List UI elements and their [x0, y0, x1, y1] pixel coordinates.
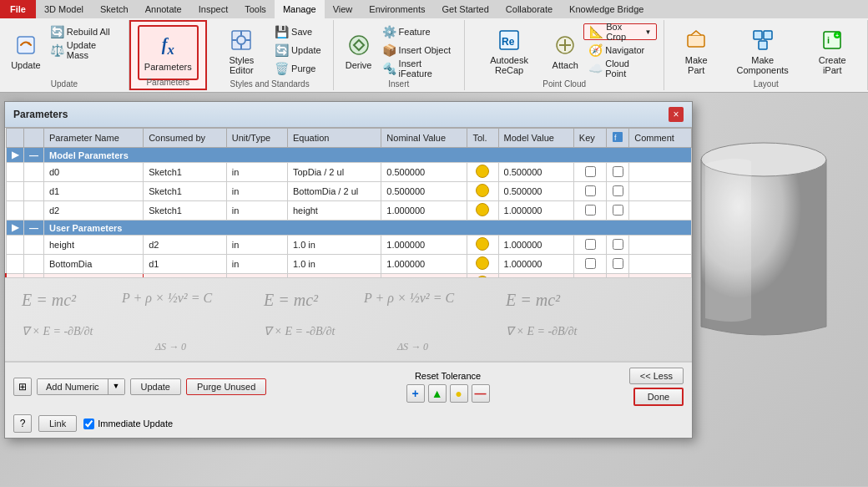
add-numeric-button[interactable]: Add Numeric [38, 379, 108, 394]
icon-checkbox-d2[interactable] [613, 205, 623, 216]
icon-checkbox-d0[interactable] [613, 166, 623, 177]
immediate-update-checkbox[interactable] [83, 419, 94, 429]
icon-height[interactable] [607, 236, 629, 255]
box-crop-button[interactable]: 📐 Box Crop ▼ [583, 23, 657, 40]
tab-3d-model[interactable]: 3D Model [36, 0, 92, 18]
table-row[interactable]: d1 Sketch1 in BottomDia / 2 ul 0.500000 … [6, 182, 692, 201]
svg-rect-13 [688, 35, 704, 47]
unit-d1: in [226, 182, 287, 201]
add-numeric-split-button[interactable]: Add Numeric ▼ [37, 378, 125, 395]
create-ipart-button[interactable]: i + Create iPart [804, 23, 860, 79]
row-indent [24, 201, 44, 221]
key-checkbox-height[interactable] [585, 239, 596, 250]
point-cloud-group-label: Point Cloud [465, 79, 664, 89]
filter-button[interactable]: ⊞ [13, 378, 32, 396]
icon-checkbox-bottomdia[interactable] [613, 258, 623, 269]
box-crop-dropdown-icon[interactable]: ▼ [645, 28, 652, 36]
insert-object-label: Insert Object [399, 45, 451, 55]
key-height[interactable] [573, 236, 606, 255]
col-arrow [6, 129, 24, 148]
immediate-update-text: Immediate Update [98, 419, 173, 429]
derive-button[interactable]: Derive [341, 23, 377, 79]
tol-plus-button[interactable]: + [406, 384, 425, 403]
col-unit: Unit/Type [226, 129, 287, 148]
feature-button[interactable]: ⚙️ Feature [377, 23, 457, 40]
make-part-button[interactable]: Make Part [671, 23, 721, 79]
key-checkbox-d0[interactable] [585, 166, 596, 177]
parameters-button[interactable]: fx Parameters [138, 25, 199, 80]
update-mass-button[interactable]: ⚖️ Update Mass [45, 42, 122, 58]
tol-minus-button[interactable]: — [472, 384, 490, 403]
table-container[interactable]: Parameter Name Consumed by Unit/Type Equ… [5, 128, 692, 278]
rebuild-all-button[interactable]: 🔄 Rebuild All [45, 23, 122, 40]
tol-circle-button[interactable]: ● [450, 384, 468, 403]
icon-d0[interactable] [607, 163, 629, 182]
link-button[interactable]: Link [38, 415, 77, 432]
key-d0[interactable] [573, 163, 606, 182]
help-button[interactable]: ? [13, 414, 32, 433]
tol-height [467, 236, 498, 255]
table-row[interactable]: d2 Sketch1 in height 1.000000 1.000000 [6, 201, 692, 221]
key-checkbox-bottomdia[interactable] [585, 258, 596, 269]
save-button[interactable]: 💾 Save [270, 23, 326, 40]
model-val-d0: 0.500000 [498, 163, 573, 182]
tab-sketch[interactable]: Sketch [92, 0, 137, 18]
tab-get-started[interactable]: Get Started [434, 0, 497, 18]
update-button[interactable]: Update [7, 23, 45, 79]
done-button[interactable]: Done [633, 388, 684, 406]
immediate-update-label[interactable]: Immediate Update [83, 419, 173, 429]
make-components-button[interactable]: Make Components [721, 23, 804, 79]
nominal-d2: 1.000000 [381, 201, 467, 221]
purge-unused-button[interactable]: Purge Unused [186, 378, 266, 395]
less-button[interactable]: << Less [629, 368, 684, 384]
icon-d2[interactable] [607, 201, 629, 221]
tab-collaborate[interactable]: Collaborate [497, 0, 561, 18]
param-name-d2: d2 [44, 201, 144, 221]
autodesk-recap-button[interactable]: Re Autodesk ReCap [472, 23, 547, 79]
icon-checkbox-d1[interactable] [613, 185, 623, 196]
dialog-close-button[interactable]: × [669, 107, 684, 122]
key-checkbox-d2[interactable] [585, 205, 596, 216]
table-row[interactable]: BottomDia d1 in 1.0 in 1.000000 1.000000 [6, 255, 692, 274]
tol-triangle-button[interactable]: ▲ [428, 384, 447, 403]
add-numeric-dropdown[interactable]: ▼ [108, 379, 124, 394]
update-group-label: Update [0, 79, 129, 89]
tab-view[interactable]: View [325, 0, 361, 18]
key-d2[interactable] [573, 201, 606, 221]
tab-tools[interactable]: Tools [236, 0, 275, 18]
tab-annotate[interactable]: Annotate [137, 0, 190, 18]
tab-manage[interactable]: Manage [275, 0, 325, 18]
table-row[interactable]: height d2 in 1.0 in 1.000000 1.000000 [6, 236, 692, 255]
table-row[interactable]: d0 Sketch1 in TopDia / 2 ul 0.500000 0.5… [6, 163, 692, 182]
styles-update-button[interactable]: 🔄 Update [270, 42, 326, 58]
icon-d1[interactable] [607, 182, 629, 201]
icon-checkbox-height[interactable] [613, 239, 623, 250]
key-checkbox-d1[interactable] [585, 185, 596, 196]
row-indent [24, 182, 44, 201]
navigator-button[interactable]: 🧭 Navigator [583, 42, 657, 58]
purge-button[interactable]: 🗑️ Purge [270, 60, 326, 77]
tab-environments[interactable]: Environments [361, 0, 433, 18]
save-icon: 💾 [275, 25, 288, 38]
attach-button[interactable]: Attach [547, 23, 583, 79]
key-bottomdia[interactable] [573, 255, 606, 274]
consumed-d2: Sketch1 [144, 201, 227, 221]
tab-file[interactable]: File [0, 0, 36, 18]
tab-inspect[interactable]: Inspect [190, 0, 236, 18]
ifeature-icon: 🔩 [382, 62, 396, 75]
update-button[interactable]: Update [130, 378, 181, 395]
insert-object-button[interactable]: 📦 Insert Object [377, 42, 457, 58]
dialog-title: Parameters [13, 109, 68, 120]
tab-knowledge-bridge[interactable]: Knowledge Bridge [561, 0, 652, 18]
col-key: Key [573, 129, 606, 148]
icon-bottomdia[interactable] [607, 255, 629, 274]
styles-editor-button[interactable]: Styles Editor [214, 23, 270, 79]
param-name-bottomdia: BottomDia [44, 255, 144, 274]
group-insert: Derive ⚙️ Feature 📦 Insert Object 🔩 Inse… [334, 20, 465, 90]
key-d1[interactable] [573, 182, 606, 201]
tol-bottomdia [467, 255, 498, 274]
make-components-icon [749, 27, 776, 53]
cloud-point-button[interactable]: ☁️ Cloud Point [583, 60, 657, 77]
insert-ifeature-button[interactable]: 🔩 Insert iFeature [377, 60, 457, 77]
ribbon-content: Update 🔄 Rebuild All ⚖️ Update Mass Upda… [0, 18, 868, 92]
